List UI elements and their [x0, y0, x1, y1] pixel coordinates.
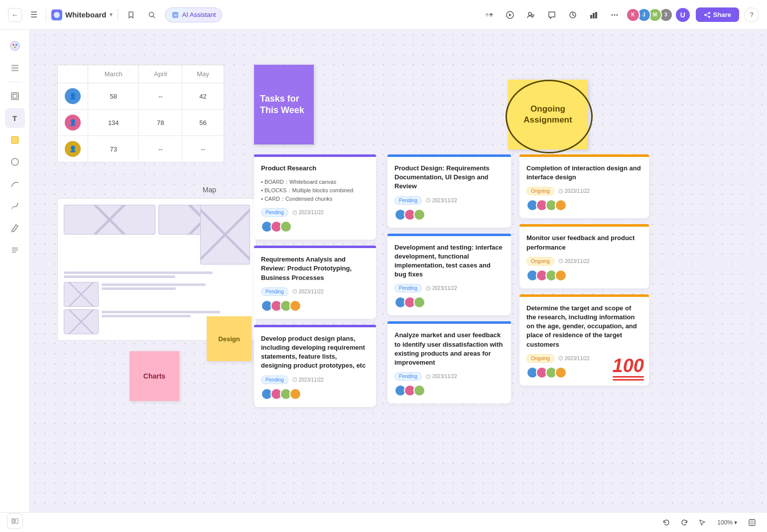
task-card-dev-testing: Development and testing: interface devel… — [387, 234, 511, 316]
bookmark-button[interactable] — [123, 7, 139, 23]
task-column-purple: Product Research BOARD：Whiteboard canvas… — [254, 154, 376, 413]
status-badge: Pending — [394, 284, 422, 292]
task-meta: Pending 2023/11/22 — [261, 376, 369, 384]
task-title: Completion of interaction design and int… — [526, 164, 642, 182]
task-title: Development and testing: interface devel… — [394, 243, 504, 279]
table-row: 👤 73 -- -- — [58, 136, 224, 162]
task-meta: Pending 2023/11/22 — [261, 287, 369, 296]
bullet-item: BLOCKS：Multiple blocks combined — [261, 186, 369, 195]
toolbar: ← ☰ Whiteboard ▾ AI AI Assistant — [0, 0, 767, 30]
task-card-develop: Develop product design plans, including … — [254, 325, 376, 407]
play-tool[interactable] — [502, 6, 518, 23]
sidebar-pen[interactable] — [5, 196, 25, 216]
back-button[interactable]: ← — [8, 8, 22, 22]
table-cell: 73 — [88, 136, 139, 162]
sticky-design: Design — [207, 316, 252, 361]
table-cell: 78 — [139, 110, 182, 136]
expand-tool[interactable] — [481, 6, 498, 23]
wireframe-row-2 — [64, 282, 250, 307]
help-button[interactable]: ? — [744, 7, 759, 22]
zoom-control[interactable]: 100% ▾ — [713, 518, 741, 528]
app-name-label: Whiteboard — [65, 10, 107, 19]
task-avatar — [413, 209, 425, 221]
sidebar-sticky[interactable] — [5, 130, 25, 150]
task-date: 2023/11/22 — [426, 285, 457, 291]
task-meta: Ongoing 2023/11/22 — [526, 257, 642, 266]
table-cell: 58 — [88, 83, 139, 110]
svg-rect-28 — [13, 94, 17, 98]
bullet-item: CARD：Condensed chunks — [261, 195, 369, 203]
status-badge: Pending — [261, 208, 288, 217]
sidebar-shape[interactable] — [5, 152, 25, 172]
current-user-avatar[interactable]: U — [675, 7, 691, 23]
undo-button[interactable] — [659, 516, 673, 530]
more-tools[interactable] — [606, 6, 623, 23]
status-badge: Pending — [394, 196, 422, 205]
sidebar-frame[interactable] — [5, 86, 25, 106]
svg-point-14 — [616, 14, 618, 15]
task-card: Analyze market and user feedback to iden… — [387, 324, 511, 403]
task-avatars — [261, 300, 369, 312]
sticky-tasks: Tasks for This Week — [254, 65, 314, 144]
svg-point-20 — [10, 41, 19, 50]
task-card: Determine the target and scope of the re… — [519, 297, 649, 386]
sidebar-separator-1 — [7, 82, 22, 82]
avatar: 👤 — [65, 115, 81, 131]
zoom-level: 100% — [717, 519, 733, 526]
comment-tool[interactable] — [543, 6, 560, 23]
sidebar-palette[interactable] — [5, 36, 25, 56]
fit-view-button[interactable] — [745, 516, 759, 530]
svg-point-16 — [704, 14, 706, 16]
sidebar-layers[interactable] — [5, 58, 25, 78]
ai-assistant-button[interactable]: AI AI Assistant — [165, 7, 223, 22]
history-tool[interactable] — [564, 6, 581, 23]
wireframe-block-sm — [64, 309, 99, 334]
svg-point-6 — [528, 12, 531, 15]
chart-tool[interactable] — [585, 6, 602, 23]
menu-button[interactable]: ☰ — [27, 8, 41, 22]
svg-point-22 — [15, 44, 17, 46]
status-badge: Pending — [394, 372, 422, 381]
sidebar-list[interactable] — [5, 240, 25, 260]
app-name[interactable]: Whiteboard ▾ — [51, 9, 113, 20]
task-avatar — [555, 367, 567, 379]
svg-line-19 — [706, 15, 708, 16]
share-button[interactable]: Share — [696, 7, 739, 22]
wireframe-lines — [64, 270, 250, 279]
task-avatar — [289, 300, 301, 312]
task-card: Completion of interaction design and int… — [519, 157, 649, 218]
task-card: Requirements Analysis and Review: Produc… — [254, 248, 376, 319]
sidebar-expand-button[interactable] — [7, 513, 23, 529]
sticky-tasks-label: Tasks for This Week — [260, 93, 308, 117]
cursor-button[interactable] — [695, 516, 709, 530]
sidebar-text[interactable]: T — [5, 108, 25, 128]
table-header-march: March — [88, 65, 139, 83]
task-title: Determine the target and scope of the re… — [526, 304, 642, 349]
search-button[interactable] — [144, 7, 160, 23]
table-cell: 134 — [88, 110, 139, 136]
task-card-determine: Determine the target and scope of the re… — [519, 294, 649, 386]
task-avatars — [526, 269, 642, 281]
task-avatars — [261, 388, 369, 400]
task-card-product-research: Product Research BOARD：Whiteboard canvas… — [254, 154, 376, 240]
task-card-requirements: Requirements Analysis and Review: Produc… — [254, 246, 376, 319]
table-cell: -- — [182, 136, 224, 162]
task-avatar — [413, 296, 425, 308]
collab-tool[interactable] — [522, 6, 539, 23]
redo-button[interactable] — [677, 516, 691, 530]
ongoing-ellipse — [506, 80, 593, 153]
share-label: Share — [713, 11, 731, 18]
task-card: Development and testing: interface devel… — [387, 236, 511, 316]
task-card: Product Design: Requirements Documentati… — [387, 157, 511, 228]
table-cell: 42 — [182, 83, 224, 110]
sidebar-eraser[interactable] — [5, 218, 25, 238]
sidebar-curve[interactable] — [5, 174, 25, 194]
task-title: Product Design: Requirements Documentati… — [394, 164, 504, 191]
svg-point-21 — [12, 44, 14, 46]
task-card-product-design: Product Design: Requirements Documentati… — [387, 154, 511, 228]
table-cell: -- — [139, 136, 182, 162]
svg-rect-24 — [11, 65, 18, 66]
sticky-design-label: Design — [218, 335, 240, 343]
toolbar-left: ← ☰ Whiteboard ▾ AI AI Assistant — [8, 7, 475, 23]
svg-rect-30 — [11, 136, 18, 143]
